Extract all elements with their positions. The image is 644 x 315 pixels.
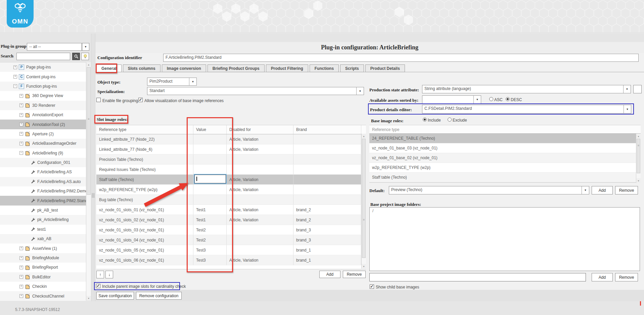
- list-item[interactable]: vz_node_01_base_02 (vz_node_01): [369, 153, 636, 163]
- tab-image-conversion[interactable]: Image conversion: [162, 64, 206, 72]
- table-row[interactable]: vz_node_01_slots_01 (vz_node_01)Test1Art…: [96, 205, 366, 215]
- table-row[interactable]: Precision Table (Techno): [96, 154, 366, 165]
- move-up-button[interactable]: ↑: [96, 271, 104, 278]
- tree-scrollbar-thumb[interactable]: ≡: [87, 67, 91, 195]
- expand-icon[interactable]: +: [13, 75, 17, 79]
- chevron-down-icon[interactable]: ▼: [623, 85, 631, 93]
- slot-add-button[interactable]: Add: [319, 271, 340, 278]
- expand-icon[interactable]: +: [19, 256, 23, 260]
- allow-visualization-checkbox[interactable]: ✓: [138, 98, 143, 102]
- asc-radio[interactable]: [489, 97, 493, 101]
- table-row[interactable]: vz_node_01_slots_03 (vz_node_01)Test2bra…: [96, 225, 366, 235]
- chevron-down-icon[interactable]: ▼: [189, 78, 196, 85]
- tree-item[interactable]: +3D Renderer: [0, 101, 86, 110]
- default-add-button[interactable]: Add: [592, 186, 613, 194]
- assets-sorted-select[interactable]: ▼: [422, 95, 481, 104]
- tree-item[interactable]: +BriefingModule: [0, 253, 86, 263]
- search-input[interactable]: [16, 53, 70, 60]
- chevron-down-icon[interactable]: ▼: [624, 105, 631, 113]
- expand-icon[interactable]: +: [19, 123, 23, 126]
- table-row[interactable]: vz_node_01_slots_04 (vz_node_01)Test2bra…: [96, 235, 366, 245]
- save-configuration-button[interactable]: Save configuration: [96, 292, 134, 300]
- specialization-select[interactable]: Standart ▼: [147, 87, 364, 95]
- table-row[interactable]: vz_node_01_slots_02 (vz_node_01)Test1Art…: [96, 215, 366, 225]
- table-row[interactable]: Linked_attribute_77 (Node_6)Article, Var…: [96, 144, 366, 154]
- chevron-down-icon[interactable]: ▼: [582, 186, 589, 194]
- remove-configuration-button[interactable]: Remove configuration: [136, 292, 182, 300]
- table-row[interactable]: vz_node_01_slots_06 (vz_node_01)Test3Art…: [96, 255, 366, 265]
- tree-item[interactable]: F.ArticleBriefing.PIM2.Demo: [0, 186, 86, 196]
- expand-icon[interactable]: +: [19, 103, 23, 107]
- tree-item-selected[interactable]: +AnnotationTool (2): [0, 120, 86, 129]
- expand-icon[interactable]: +: [19, 142, 23, 145]
- folder-add-button[interactable]: Add: [592, 273, 613, 281]
- tree-item[interactable]: +ArticleBasedImageOrder: [0, 139, 86, 148]
- list-item[interactable]: Staff table (Techno): [369, 173, 636, 182]
- tree-item[interactable]: +AssetView (1): [0, 243, 86, 253]
- config-identifier-input[interactable]: F.ArticleBriefing.PIM2.Standard: [163, 54, 639, 62]
- collapse-icon[interactable]: −: [13, 84, 17, 88]
- tree-item[interactable]: +360 Degree View: [0, 91, 86, 100]
- tab-product-details[interactable]: Product Details: [365, 64, 405, 72]
- expand-icon[interactable]: +: [19, 275, 23, 279]
- tree-item[interactable]: +Aperture (2): [0, 129, 86, 139]
- table-row[interactable]: Required Issues Table (Techno): [96, 165, 366, 175]
- base-folders-listbox[interactable]: /: [369, 207, 640, 271]
- expand-icon[interactable]: +: [19, 294, 23, 298]
- tree-item[interactable]: F.ArticleBriefing.AS.auto: [0, 177, 86, 186]
- slot-table-scrollbar-thumb[interactable]: ≡: [362, 139, 366, 258]
- scroll-up-icon[interactable]: ▲: [86, 62, 91, 67]
- show-child-checkbox[interactable]: ✓: [370, 284, 374, 289]
- expand-icon[interactable]: +: [19, 285, 23, 288]
- expand-icon[interactable]: +: [19, 246, 23, 250]
- tree-item[interactable]: F.ArticleBriefing.AS: [0, 167, 86, 177]
- slot-table-scrollbar[interactable]: ▲ ≡ ▼: [361, 134, 366, 269]
- object-type-select[interactable]: Pim2Product ▼: [147, 78, 197, 86]
- product-details-editor-select[interactable]: C.FSDetail.PIM2.Standard ▼: [422, 105, 631, 114]
- default-remove-button[interactable]: Remove: [615, 186, 638, 194]
- move-down-button[interactable]: ↓: [105, 271, 113, 278]
- table-row[interactable]: Bug table (Techno): [96, 195, 366, 205]
- tree-item[interactable]: pk_ArticleBriefing: [0, 215, 86, 224]
- list-item-selected[interactable]: 24_REFERENCE_TABLE (Techno): [369, 134, 636, 143]
- include-radio[interactable]: [423, 118, 427, 122]
- production-state-select[interactable]: String attribute (language) ▼: [422, 85, 631, 93]
- tree-item[interactable]: −ArticleBriefing (9): [0, 148, 86, 158]
- tree-scrollbar[interactable]: ▲ ≡ ▼: [86, 62, 91, 301]
- expand-icon[interactable]: +: [19, 113, 23, 117]
- right-list-scrollbar[interactable]: ▲ ≡ ▼: [636, 134, 641, 183]
- tab-briefing-product-groups[interactable]: Briefing Product Groups: [208, 64, 265, 72]
- desc-radio[interactable]: [506, 97, 510, 101]
- table-row[interactable]: Linked_attribute_77 (Node_22)Article, Va…: [96, 134, 366, 144]
- tree-item[interactable]: +BriefingReport: [0, 263, 86, 272]
- list-item[interactable]: vz_node_01_base_03 (vz_node_01): [369, 143, 636, 153]
- tree-item[interactable]: +BulkEditor: [0, 272, 86, 282]
- expand-icon[interactable]: +: [19, 266, 23, 269]
- tree-item[interactable]: xab_AB: [0, 234, 86, 243]
- right-list-scrollbar-thumb[interactable]: ≡: [637, 139, 640, 173]
- folder-item[interactable]: /: [370, 208, 640, 214]
- hint-button[interactable]: [81, 53, 89, 60]
- scroll-up-icon[interactable]: ▲: [636, 134, 641, 138]
- tree-item[interactable]: test1: [0, 225, 86, 234]
- scroll-down-icon[interactable]: ▼: [362, 264, 366, 269]
- folder-input[interactable]: [369, 273, 586, 281]
- tree-item[interactable]: +CheckoutChannel: [0, 291, 86, 301]
- brand-logo[interactable]: OMN: [7, 0, 34, 28]
- tab-general[interactable]: General: [96, 64, 122, 72]
- chevron-down-icon[interactable]: ▼: [356, 87, 364, 95]
- scroll-up-icon[interactable]: ▲: [362, 134, 366, 138]
- slot-remove-button[interactable]: Remove: [343, 271, 366, 278]
- default-select[interactable]: Preview (Techno) ▼: [389, 186, 589, 194]
- tree-item-selected[interactable]: F.ArticleBriefing.PIM2.Standard: [0, 196, 86, 205]
- tree-item[interactable]: +PPage plug-ins: [0, 62, 86, 72]
- tree-item[interactable]: +Checkin: [0, 282, 86, 291]
- collapse-icon[interactable]: −: [19, 151, 23, 155]
- search-button[interactable]: [72, 53, 80, 60]
- include-parent-checkbox[interactable]: ✓: [96, 284, 100, 288]
- tree-item[interactable]: −FFunction plug-ins: [0, 82, 86, 91]
- expand-icon[interactable]: +: [19, 94, 23, 98]
- tab-product-filtering[interactable]: Product Filtering: [266, 64, 308, 72]
- list-item[interactable]: w2p_REFERENCE_TYPE (w2p): [369, 163, 636, 173]
- table-row-selected[interactable]: Staff table (Techno)Article, Variation: [96, 175, 366, 185]
